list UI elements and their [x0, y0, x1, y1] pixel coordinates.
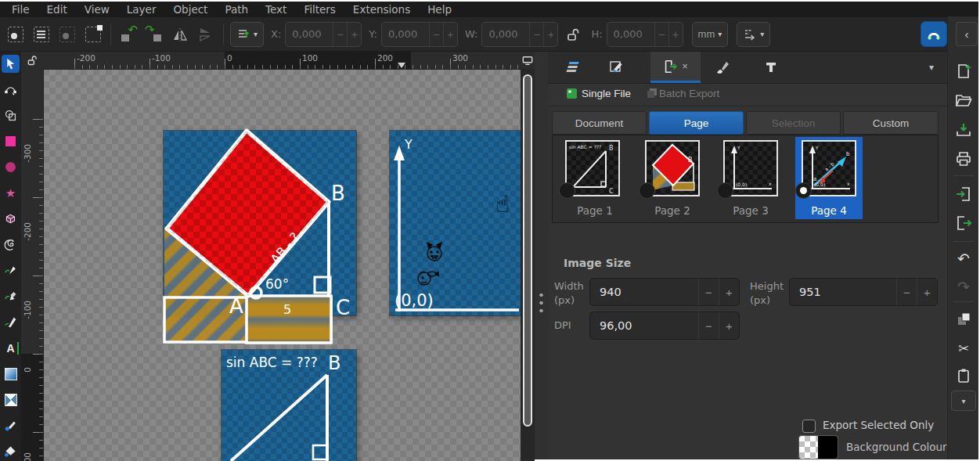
dpi-decrement-button[interactable]: − — [698, 312, 719, 339]
h-decrement-button[interactable]: − — [654, 23, 668, 46]
save-document-button[interactable] — [952, 118, 975, 142]
width-increment-button[interactable]: + — [719, 279, 739, 305]
menu-object[interactable]: Object — [164, 2, 216, 17]
y-increment-button[interactable]: + — [443, 23, 457, 46]
dpi-increment-button[interactable]: + — [719, 312, 739, 339]
dpi-input[interactable]: 96,00 — [590, 319, 698, 332]
calligraphy-tool[interactable] — [2, 313, 20, 331]
tab-paint-servers[interactable] — [704, 52, 740, 83]
menu-layer[interactable]: Layer — [118, 2, 165, 17]
pencil-tool[interactable] — [2, 287, 20, 305]
close-tab-icon[interactable]: × — [682, 61, 688, 71]
select-all-layers-button[interactable] — [31, 23, 52, 45]
page-3-label[interactable]: Page 3 — [717, 204, 784, 217]
pen-tool[interactable] — [2, 261, 20, 279]
ellipse-tool[interactable] — [2, 158, 20, 176]
page-1-label[interactable]: Page 1 — [561, 204, 629, 217]
lock-ratio-button[interactable] — [562, 23, 584, 45]
tab-text[interactable] — [753, 52, 789, 83]
cut-button[interactable]: ✂ — [952, 337, 975, 360]
menu-view[interactable]: View — [76, 2, 118, 17]
flip-horizontal-button[interactable] — [169, 23, 191, 45]
page-2-canvas[interactable] — [164, 131, 356, 315]
export-area-page-button[interactable]: Page — [649, 111, 744, 135]
rectangle-tool[interactable] — [2, 132, 20, 150]
menu-help[interactable]: Help — [419, 2, 460, 17]
display-mode-corner-button[interactable] — [521, 52, 535, 69]
unit-dropdown[interactable]: mm ▾ — [692, 22, 729, 47]
page-3-radio[interactable] — [717, 182, 733, 199]
tab-fill-stroke[interactable] — [596, 52, 636, 83]
height-decrement-button[interactable]: − — [896, 279, 917, 305]
paint-bucket-tool[interactable] — [2, 442, 20, 460]
horizontal-ruler[interactable]: -200 -100 0 100 200 300 — [43, 52, 521, 70]
canvas-vertical-scrollbar[interactable] — [521, 69, 535, 459]
x-increment-button[interactable]: + — [347, 23, 361, 46]
page-2-radio[interactable] — [639, 182, 655, 199]
menu-edit[interactable]: Edit — [38, 2, 76, 17]
deselect-button[interactable] — [56, 23, 78, 45]
w-input[interactable]: 0,000 — [482, 28, 529, 40]
scrollbar-thumb[interactable] — [523, 74, 532, 427]
undo-button[interactable]: ↶ — [952, 247, 975, 270]
menu-extensions[interactable]: Extensions — [344, 2, 419, 17]
export-selected-only-checkbox[interactable] — [802, 420, 816, 433]
tab-layers[interactable] — [554, 52, 590, 83]
menu-file[interactable]: File — [3, 2, 38, 17]
commandbar-overflow-button[interactable]: ▾ — [951, 391, 976, 411]
tab-overflow-dropdown[interactable]: ▾ — [919, 52, 944, 83]
node-tool[interactable] — [2, 81, 20, 99]
x-input[interactable]: 0,000 — [286, 28, 333, 40]
star-tool[interactable]: ★ — [2, 184, 20, 202]
drawing-canvas[interactable]: B A C 60° 5 AB - ? sin ABC = ??? B Y (0,… — [43, 69, 521, 461]
export-area-selection-button[interactable]: Selection — [746, 111, 841, 135]
menu-filters[interactable]: Filters — [295, 2, 344, 17]
collapse-toolbar-button[interactable]: ‹ — [956, 22, 978, 46]
import-button[interactable] — [952, 182, 975, 206]
scale-options-dropdown[interactable]: ▾ — [737, 22, 770, 47]
paste-button[interactable] — [952, 364, 975, 387]
page-3-canvas[interactable] — [390, 131, 521, 315]
page-1-canvas[interactable] — [222, 350, 356, 461]
page-4-radio[interactable] — [795, 182, 812, 199]
gradient-tool[interactable] — [2, 365, 20, 383]
page-4-label[interactable]: Page 4 — [795, 204, 863, 217]
export-button[interactable] — [952, 211, 975, 235]
tab-export[interactable]: × — [650, 52, 701, 83]
dropper-tool[interactable] — [2, 416, 20, 434]
page-2-label[interactable]: Page 2 — [639, 204, 706, 217]
mesh-gradient-tool[interactable] — [2, 391, 20, 409]
align-options-dropdown[interactable]: ▾ — [230, 22, 264, 47]
ruler-lock-corner[interactable] — [21, 52, 43, 69]
enable-snapping-toggle[interactable] — [921, 21, 947, 47]
vertical-ruler[interactable]: -300 -200 -100 0 100 — [21, 69, 44, 461]
h-input[interactable]: 0,000 — [607, 28, 654, 40]
spiral-tool[interactable] — [2, 236, 20, 254]
h-increment-button[interactable]: + — [668, 23, 683, 46]
flip-vertical-button[interactable] — [195, 23, 217, 45]
select-bounding-box-button[interactable] — [82, 23, 104, 45]
single-file-tab[interactable]: Single File — [562, 83, 636, 103]
y-decrement-button[interactable]: − — [429, 23, 443, 46]
menu-text[interactable]: Text — [257, 2, 295, 17]
background-colour-swatch[interactable] — [798, 435, 838, 459]
x-decrement-button[interactable]: − — [333, 23, 347, 46]
panel-divider[interactable] — [535, 52, 548, 459]
width-decrement-button[interactable]: − — [698, 279, 719, 305]
shape-builder-tool[interactable] — [2, 106, 20, 124]
export-area-document-button[interactable]: Document — [552, 111, 647, 135]
duplicate-button[interactable] — [952, 308, 975, 331]
box-3d-tool[interactable] — [2, 210, 20, 228]
w-decrement-button[interactable]: − — [529, 23, 543, 46]
selector-tool[interactable] — [2, 55, 20, 73]
batch-export-tab[interactable]: Batch Export — [640, 83, 724, 103]
height-input[interactable]: 951 — [790, 286, 896, 298]
menu-path[interactable]: Path — [216, 2, 257, 17]
width-input[interactable]: 940 — [590, 286, 698, 298]
w-increment-button[interactable]: + — [543, 23, 557, 46]
open-document-button[interactable] — [952, 88, 975, 112]
rotate-cw-button[interactable]: ↷ — [143, 23, 165, 45]
page-1-radio[interactable] — [559, 182, 575, 199]
print-button[interactable] — [952, 147, 975, 171]
select-all-button[interactable] — [5, 23, 27, 45]
